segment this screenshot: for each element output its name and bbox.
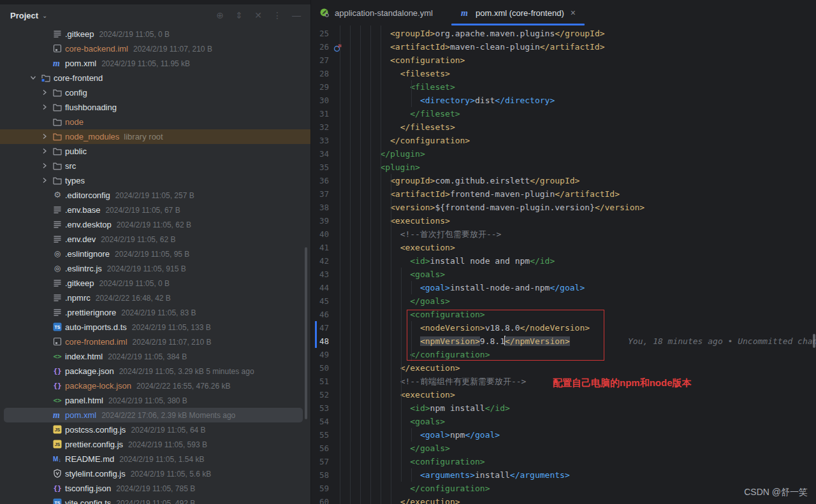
project-tree-scrollbar[interactable] (305, 247, 307, 419)
tree-item-pom.xml[interactable]: mpom.xml2024/2/19 11:05, 11.95 kB (0, 56, 310, 71)
chevron-right-icon[interactable] (40, 146, 50, 156)
tree-item-.npmrc[interactable]: .npmrc2024/2/22 16:48, 42 B (0, 291, 310, 305)
line-number: 59 (312, 482, 329, 495)
code-line-27[interactable]: 27 <configuration> (312, 54, 816, 67)
code-line-49[interactable]: 49 </configuration> (312, 348, 816, 361)
tree-item-node_modules[interactable]: node_moduleslibrary root (0, 129, 310, 144)
tab-application-standalone.yml[interactable]: application-standalone.yml (312, 0, 451, 25)
tree-item-label: .gitkeep2024/2/19 11:05, 0 B (65, 276, 170, 291)
tree-item-types[interactable]: types (0, 173, 310, 188)
code-line-32[interactable]: 32 </filesets> (312, 120, 816, 134)
tree-item-postcss.config.js[interactable]: JSpostcss.config.js2024/2/19 11:05, 64 B (0, 422, 310, 437)
code-line-38[interactable]: 38 <version>${frontend-maven-plugin.vers… (312, 201, 816, 214)
tree-item-.eslintignore[interactable]: ◎.eslintignore2024/2/19 11:05, 95 B (0, 247, 310, 261)
tree-item-package.json[interactable]: {}package.json2024/2/19 11:05, 3.29 kB 5… (0, 364, 310, 378)
tree-item-.eslintrc.js[interactable]: ◎.eslintrc.js2024/2/19 11:05, 915 B (0, 261, 310, 276)
chevron-right-icon[interactable] (40, 102, 50, 112)
tab-pom.xml[interactable]: mpom.xml (core-frontend)× (451, 0, 585, 25)
locate-icon[interactable]: ⊕ (215, 10, 225, 20)
code-line-60[interactable]: 60 </execution> (312, 495, 816, 504)
maven-gutter-icon[interactable] (333, 43, 342, 51)
editor-scrollbar-thumb[interactable] (813, 334, 815, 348)
tree-item-auto-imports.d.ts[interactable]: TSauto-imports.d.ts2024/2/19 11:05, 133 … (0, 320, 310, 335)
tree-item-.gitkeep[interactable]: .gitkeep2024/2/19 11:05, 0 B (0, 276, 310, 291)
tree-item-label: config (65, 85, 87, 100)
tree-item-index.html[interactable]: <>index.html2024/2/19 11:05, 384 B (0, 349, 310, 364)
folder-icon (52, 102, 62, 112)
tree-item-flushbonading[interactable]: flushbonading (0, 100, 310, 115)
code-line-26[interactable]: 26 <artifactId>maven-clean-plugin</artif… (312, 40, 816, 54)
tree-item-.prettierignore[interactable]: .prettierignore2024/2/19 11:05, 83 B (0, 305, 310, 320)
code-line-52[interactable]: 52 <execution> (312, 388, 816, 401)
tree-item-stylelint.config.js[interactable]: stylelint.config.js2024/2/19 11:05, 5.6 … (0, 466, 310, 481)
tree-item-.env.dev[interactable]: .env.dev2024/2/19 11:05, 62 B (0, 232, 310, 247)
code-line-41[interactable]: 41 <execution> (312, 241, 816, 254)
code-line-42[interactable]: 42 <id>install node and npm</id> (312, 254, 816, 268)
code-line-46[interactable]: 46 <configuration> (312, 308, 816, 321)
more-icon[interactable]: ⋮ (272, 10, 282, 20)
code-line-53[interactable]: 53 <id>npm install</id> (312, 401, 816, 415)
code-line-34[interactable]: 34 </plugin> (312, 147, 816, 161)
tree-item-label: .prettierignore2024/2/19 11:05, 83 B (65, 305, 196, 320)
tree-item-core-frontend.iml[interactable]: core-frontend.iml2024/2/19 11:07, 210 B (0, 335, 310, 349)
close-icon[interactable]: × (571, 8, 576, 18)
code-editor[interactable]: 25 <groupId>org.apache.maven.plugins</gr… (312, 25, 816, 504)
code-line-44[interactable]: 44 <goal>install-node-and-npm</goal> (312, 281, 816, 294)
code-line-58[interactable]: 58 <arguments>install</arguments> (312, 468, 816, 482)
tree-item-pom.xml[interactable]: mpom.xml2024/2/22 17:06, 2.39 kB Moments… (0, 408, 310, 422)
tree-item-.env.desktop[interactable]: .env.desktop2024/2/19 11:05, 62 B (0, 217, 310, 232)
ts-icon: TS (52, 322, 62, 332)
code-line-25[interactable]: 25 <groupId>org.apache.maven.plugins</gr… (312, 27, 816, 40)
chevron-right-icon[interactable] (40, 175, 50, 185)
code-line-50[interactable]: 50 </execution> (312, 361, 816, 375)
code-line-28[interactable]: 28 <filesets> (312, 67, 816, 80)
folder-icon (52, 161, 62, 171)
code-line-43[interactable]: 43 <goals> (312, 268, 816, 281)
code-line-35[interactable]: 35 <plugin> (312, 161, 816, 174)
code-line-55[interactable]: 55 <goal>npm</goal> (312, 428, 816, 442)
tree-item-README.md[interactable]: M↓README.md2024/2/19 11:05, 1.54 kB (0, 452, 310, 466)
tree-item-panel.html[interactable]: <>panel.html2024/2/19 11:05, 380 B (0, 393, 310, 408)
tree-item-core-backend.iml[interactable]: core-backend.iml2024/2/19 11:07, 210 B (0, 41, 310, 56)
tree-item-vite.config.ts[interactable]: TSvite.config.ts2024/2/19 11:05, 492 B (0, 496, 310, 504)
code-line-47[interactable]: 47 <nodeVersion>v18.8.0</nodeVersion> (312, 321, 816, 335)
code-line-39[interactable]: 39 <executions> (312, 214, 816, 227)
chevron-right-icon[interactable] (40, 131, 50, 141)
tree-item-config[interactable]: config (0, 85, 310, 100)
expand-icon[interactable]: ⇕ (234, 10, 244, 20)
hide-icon[interactable]: — (291, 10, 302, 20)
maven-icon: m (52, 58, 62, 68)
line-number: 41 (312, 241, 329, 254)
code-line-48[interactable]: 48 <npmVersion>9.8.1</npmVersion>You, 18… (312, 335, 816, 348)
collapse-icon[interactable]: ✕ (253, 10, 263, 20)
code-line-30[interactable]: 30 <directory>dist</directory> (312, 94, 816, 107)
tree-item-package-lock.json[interactable]: {}package-lock.json2024/2/22 16:55, 476.… (0, 378, 310, 393)
tree-item-.env.base[interactable]: .env.base2024/2/19 11:05, 67 B (0, 203, 310, 217)
tree-item-.editorconfig[interactable]: ⚙.editorconfig2024/2/19 11:05, 257 B (0, 188, 310, 203)
code-line-59[interactable]: 59 </configuration> (312, 482, 816, 495)
code-line-31[interactable]: 31 </fileset> (312, 107, 816, 120)
code-line-56[interactable]: 56 </goals> (312, 442, 816, 455)
code-line-57[interactable]: 57 <configuration> (312, 455, 816, 468)
tree-item-core-frontend[interactable]: core-frontend (0, 71, 310, 85)
tree-item-node[interactable]: node (0, 115, 310, 129)
tree-item-label: types (65, 173, 85, 188)
tree-item-meta: 2024/2/19 11:05, 64 B (131, 426, 205, 435)
tree-item-tsconfig.json[interactable]: {}tsconfig.json2024/2/19 11:05, 785 B (0, 481, 310, 496)
code-line-54[interactable]: 54 <goals> (312, 415, 816, 428)
chevron-right-icon[interactable] (40, 161, 50, 171)
code-line-29[interactable]: 29 <fileset> (312, 80, 816, 94)
ts-icon: TS (52, 498, 62, 504)
tree-item-src[interactable]: src (0, 159, 310, 173)
code-line-37[interactable]: 37 <artifactId>frontend-maven-plugin</ar… (312, 187, 816, 201)
tree-item-prettier.config.js[interactable]: JSprettier.config.js2024/2/19 11:05, 593… (0, 437, 310, 452)
project-panel-title[interactable]: Project (10, 11, 38, 20)
code-line-45[interactable]: 45 </goals> (312, 294, 816, 308)
code-line-36[interactable]: 36 <groupId>com.github.eirslett</groupId… (312, 174, 816, 187)
tree-item-public[interactable]: public (0, 144, 310, 159)
tree-item-.gitkeep[interactable]: .gitkeep2024/2/19 11:05, 0 B (0, 27, 310, 41)
code-line-33[interactable]: 33 </configuration> (312, 134, 816, 147)
chevron-down-icon[interactable] (28, 73, 38, 83)
code-line-40[interactable]: 40 <!--首次打包需要放开--> (312, 227, 816, 241)
chevron-right-icon[interactable] (40, 87, 50, 97)
